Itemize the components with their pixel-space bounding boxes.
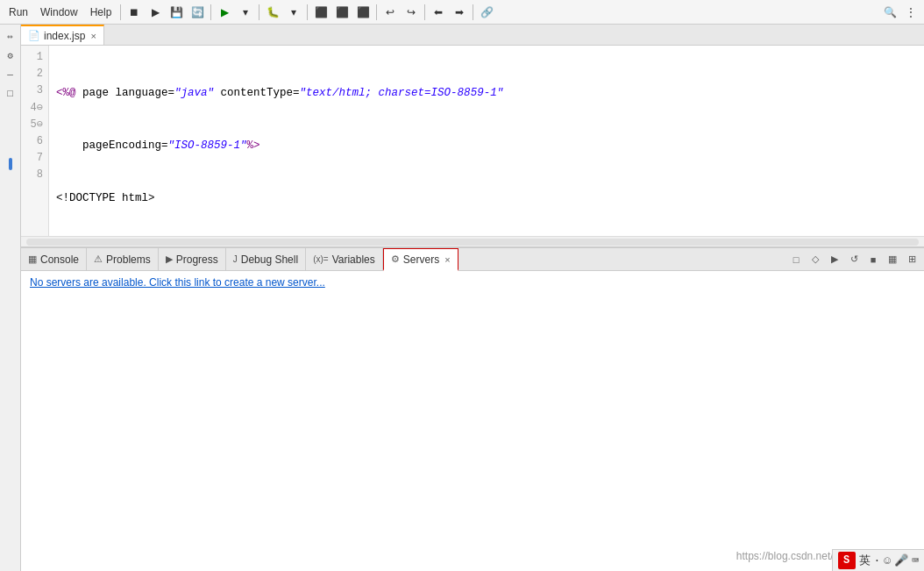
toolbar-sep-1 xyxy=(120,4,121,20)
toolbar-btn-10[interactable]: ⬛ xyxy=(332,3,352,22)
ime-keyboard[interactable]: ⌨ xyxy=(912,553,919,567)
editor-tab-label: index.jsp xyxy=(44,30,85,42)
code-content[interactable]: <%@ page language="java" contentType="te… xyxy=(49,46,924,236)
toolbar-search[interactable]: 🔍 xyxy=(880,3,899,22)
tab-progress[interactable]: ▶ Progress xyxy=(159,248,226,270)
line-num-8: 8 xyxy=(26,167,43,183)
servers-tab-close[interactable]: × xyxy=(444,254,450,265)
code-line-3: <!DOCTYPE html> xyxy=(56,189,917,207)
toolbar-btn-8[interactable]: ▾ xyxy=(284,3,303,22)
toolbar-debug[interactable]: 🐛 xyxy=(263,3,282,22)
panel-action-2[interactable]: ◇ xyxy=(807,251,824,268)
toolbar-btn-2[interactable]: ▶ xyxy=(146,3,165,22)
debug-shell-icon: J xyxy=(233,254,238,264)
tab-debug-label: Debug Shell xyxy=(241,253,298,266)
toolbar-more[interactable]: ⋮ xyxy=(901,3,920,22)
tab-problems[interactable]: ⚠ Problems xyxy=(87,248,159,270)
menu-window[interactable]: Window xyxy=(35,4,83,20)
variables-icon: (x)= xyxy=(313,254,329,264)
tab-problems-label: Problems xyxy=(106,253,151,266)
sidebar-icon-3[interactable]: — xyxy=(3,67,18,82)
line-num-2: 2 xyxy=(26,66,43,82)
tab-progress-label: Progress xyxy=(176,253,218,266)
ime-logo: S xyxy=(838,552,856,569)
code-line-1: <%@ page language="java" contentType="te… xyxy=(56,84,917,102)
main-toolbar: Run Window Help ⏹ ▶ 💾 🔄 ▶ ▾ 🐛 ▾ ⬛ ⬛ ⬛ ↩ … xyxy=(0,0,924,25)
panel-stop[interactable]: ■ xyxy=(864,251,882,268)
line-num-6: 6 xyxy=(26,133,43,150)
tab-variables[interactable]: (x)= Variables xyxy=(306,248,383,270)
tab-file-icon: 📄 xyxy=(28,30,40,41)
sidebar-icon-2[interactable]: ⚙ xyxy=(3,47,18,63)
line-num-7: 7 xyxy=(26,150,43,167)
panel-run[interactable]: ▶ xyxy=(826,251,843,268)
ime-mic[interactable]: 🎤 xyxy=(894,553,908,567)
line-num-4: 4⊖ xyxy=(26,100,43,117)
code-editor: 1 2 3 4⊖ 5⊖ 6 7 8 <%@ page language="jav… xyxy=(21,46,924,236)
toolbar-sep-3 xyxy=(259,4,259,20)
toolbar-btn-11[interactable]: ⬛ xyxy=(353,3,373,22)
menu-run[interactable]: Run xyxy=(4,4,33,20)
no-servers-link[interactable]: No servers are available. Click this lin… xyxy=(30,276,325,289)
panel-minimize[interactable]: □ xyxy=(787,251,805,268)
line-num-5: 5⊖ xyxy=(26,117,43,133)
bottom-tab-bar: ▦ Console ⚠ Problems ▶ Progress J Debug … xyxy=(21,248,924,271)
toolbar-sep-6 xyxy=(424,4,425,20)
toolbar-btn-9[interactable]: ⬛ xyxy=(311,3,331,22)
tab-debug-shell[interactable]: J Debug Shell xyxy=(226,248,306,270)
line-numbers: 1 2 3 4⊖ 5⊖ 6 7 8 xyxy=(21,46,49,236)
toolbar-redo[interactable]: ↪ xyxy=(402,3,421,22)
menu-help[interactable]: Help xyxy=(85,4,117,20)
line-num-3: 3 xyxy=(26,82,43,99)
toolbar-btn-6[interactable]: ▾ xyxy=(236,3,255,22)
line-num-1: 1 xyxy=(26,49,43,66)
panel-refresh[interactable]: ↺ xyxy=(845,251,863,268)
ide-body: ⇔ ⚙ — □ 📄 index.jsp × 1 2 3 4⊖ 5⊖ 6 7 xyxy=(0,25,924,571)
bottom-tab-actions: □ ◇ ▶ ↺ ■ ▦ ⊞ xyxy=(787,248,924,270)
h-scrollbar[interactable] xyxy=(21,236,924,246)
tab-servers[interactable]: ⚙ Servers × xyxy=(383,248,458,271)
editor-tab-close[interactable]: × xyxy=(90,31,96,41)
toolbar-sep-4 xyxy=(307,4,308,20)
sidebar-icon-1[interactable]: ⇔ xyxy=(3,28,18,44)
servers-icon: ⚙ xyxy=(391,253,400,265)
ime-emoji[interactable]: ☺ xyxy=(884,554,891,567)
tab-console[interactable]: ▦ Console xyxy=(21,248,87,270)
problems-icon: ⚠ xyxy=(94,253,103,265)
panel-layout[interactable]: ▦ xyxy=(884,251,901,268)
left-sidebar: ⇔ ⚙ — □ xyxy=(0,25,21,571)
sidebar-marker xyxy=(9,158,12,170)
toolbar-undo[interactable]: ↩ xyxy=(380,3,400,22)
panel-action-7[interactable]: ⊞ xyxy=(903,251,920,268)
sidebar-icon-4[interactable]: □ xyxy=(3,86,18,102)
bottom-panel: ▦ Console ⚠ Problems ▶ Progress J Debug … xyxy=(21,246,924,571)
console-icon: ▦ xyxy=(28,253,37,265)
ime-bar: S 英 · ☺ 🎤 ⌨ xyxy=(832,549,924,571)
bottom-panel-content: No servers are available. Click this lin… xyxy=(21,271,924,571)
h-scroll-track xyxy=(26,239,919,246)
toolbar-btn-1[interactable]: ⏹ xyxy=(124,3,144,22)
code-line-2: pageEncoding="ISO-8859-1"%> xyxy=(56,137,917,154)
toolbar-link[interactable]: 🔗 xyxy=(477,3,496,22)
toolbar-back[interactable]: ⬅ xyxy=(429,3,448,22)
editor-panel: 📄 index.jsp × 1 2 3 4⊖ 5⊖ 6 7 8 <%@ page… xyxy=(21,25,924,571)
tab-variables-label: Variables xyxy=(332,253,375,266)
toolbar-sep-5 xyxy=(376,4,377,20)
tab-console-label: Console xyxy=(40,253,79,266)
toolbar-run-green[interactable]: ▶ xyxy=(215,3,234,22)
toolbar-forward[interactable]: ➡ xyxy=(450,3,469,22)
ime-lang[interactable]: 英 xyxy=(859,553,871,568)
toolbar-sep-7 xyxy=(473,4,473,20)
toolbar-btn-4[interactable]: 🔄 xyxy=(188,3,207,22)
tab-servers-label: Servers xyxy=(403,253,439,266)
toolbar-sep-2 xyxy=(210,4,211,20)
ime-dot: · xyxy=(874,554,881,567)
toolbar-save[interactable]: 💾 xyxy=(167,3,186,22)
editor-tab-index-jsp[interactable]: 📄 index.jsp × xyxy=(21,25,104,45)
progress-icon: ▶ xyxy=(166,253,173,265)
editor-tab-bar: 📄 index.jsp × xyxy=(21,25,924,46)
